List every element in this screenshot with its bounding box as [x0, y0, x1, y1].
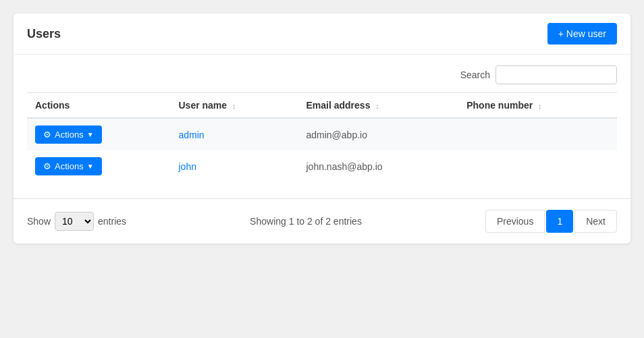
- table-row: ⚙ Actions ▼adminadmin@abp.io: [27, 118, 617, 150]
- search-label: Search: [460, 69, 490, 80]
- users-table: Actions User name ↕ Email address ↕ Phon…: [27, 92, 617, 182]
- col-email[interactable]: Email address ↕: [298, 93, 458, 119]
- search-input[interactable]: [495, 65, 617, 84]
- actions-cell: ⚙ Actions ▼: [27, 118, 171, 150]
- actions-button[interactable]: ⚙ Actions ▼: [35, 125, 102, 144]
- phone-cell: [458, 118, 617, 150]
- username-cell: admin: [171, 118, 298, 150]
- table-header-row: Actions User name ↕ Email address ↕ Phon…: [27, 93, 617, 119]
- footer-row: Show 10 25 50 100 entries Showing 1 to 2…: [14, 198, 630, 244]
- username-link[interactable]: admin: [179, 130, 205, 140]
- page-1-button[interactable]: 1: [546, 210, 573, 233]
- showing-text: Showing 1 to 2 of 2 entries: [250, 216, 362, 227]
- col-username[interactable]: User name ↕: [171, 93, 298, 119]
- caret-icon: ▼: [87, 163, 94, 170]
- card-body: Search Actions User name ↕ Email address…: [14, 55, 630, 193]
- username-link[interactable]: john: [179, 161, 196, 172]
- gear-icon: ⚙: [43, 161, 51, 171]
- gear-icon: ⚙: [43, 130, 51, 140]
- sort-phone-icon: ↕: [538, 102, 542, 110]
- pagination: Previous 1 Next: [485, 210, 617, 233]
- sort-username-icon: ↕: [232, 102, 236, 110]
- new-user-button[interactable]: + New user: [547, 23, 617, 45]
- email-cell: john.nash@abp.io: [298, 150, 458, 182]
- page-title: Users: [27, 27, 61, 41]
- caret-icon: ▼: [87, 131, 94, 138]
- email-cell: admin@abp.io: [298, 118, 458, 150]
- previous-button[interactable]: Previous: [485, 210, 545, 233]
- entries-label: entries: [98, 216, 126, 227]
- search-row: Search: [27, 65, 617, 84]
- phone-cell: [458, 150, 617, 182]
- username-cell: john: [171, 150, 298, 182]
- table-row: ⚙ Actions ▼johnjohn.nash@abp.io: [27, 150, 617, 182]
- col-phone[interactable]: Phone number ↕: [458, 93, 617, 119]
- users-card: Users + New user Search Actions User nam…: [14, 13, 630, 244]
- next-button[interactable]: Next: [574, 210, 617, 233]
- table-body: ⚙ Actions ▼adminadmin@abp.io⚙ Actions ▼j…: [27, 118, 617, 182]
- show-select[interactable]: 10 25 50 100: [55, 212, 94, 231]
- show-entries: Show 10 25 50 100 entries: [27, 212, 126, 231]
- actions-cell: ⚙ Actions ▼: [27, 150, 171, 182]
- actions-button[interactable]: ⚙ Actions ▼: [35, 157, 102, 175]
- card-header: Users + New user: [14, 13, 630, 55]
- sort-email-icon: ↕: [375, 102, 379, 110]
- show-label: Show: [27, 216, 51, 227]
- col-actions: Actions: [27, 93, 171, 119]
